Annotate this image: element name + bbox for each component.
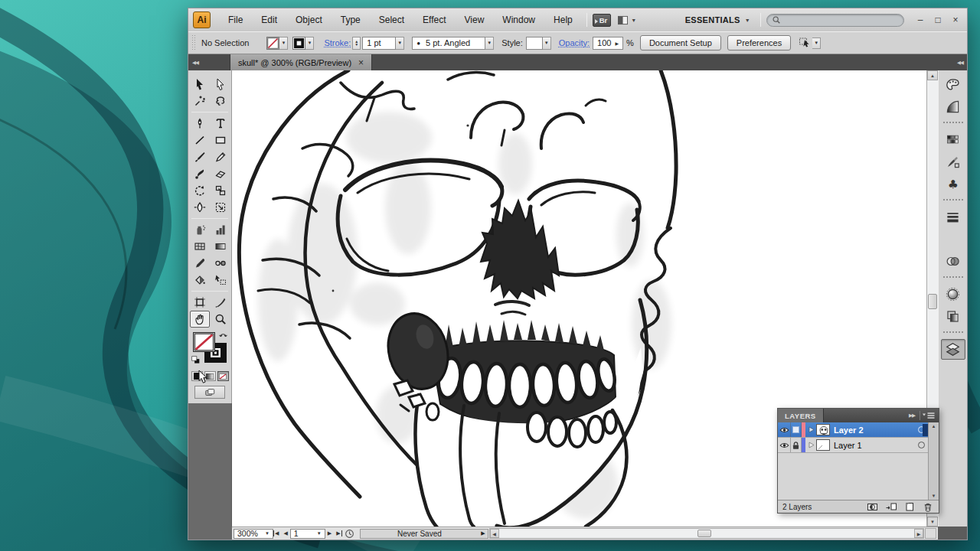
- panel-menu-icon[interactable]: [922, 412, 936, 419]
- slice-tool[interactable]: [211, 294, 230, 311]
- previous-artboard-button[interactable]: ◀: [281, 530, 289, 536]
- brush-definition-combo[interactable]: ● 5 pt. Angled: [412, 37, 485, 50]
- layer-row[interactable]: Layer 2: [778, 422, 939, 438]
- scroll-right-icon[interactable]: ▶: [914, 529, 923, 538]
- scroll-up-icon[interactable]: ▲: [932, 424, 936, 429]
- transparency-panel-button[interactable]: [941, 251, 965, 272]
- drawing-mode-button[interactable]: [194, 386, 225, 399]
- selection-tool[interactable]: [190, 76, 210, 93]
- menu-select[interactable]: Select: [371, 12, 413, 28]
- column-graph-tool[interactable]: [211, 221, 230, 238]
- arrange-documents-button[interactable]: ▼: [617, 15, 636, 25]
- rectangle-tool[interactable]: [211, 132, 230, 148]
- stroke-weight-field[interactable]: 1 pt: [362, 37, 396, 50]
- close-button[interactable]: ×: [950, 15, 961, 25]
- layers-panel-tab[interactable]: LAYERS: [778, 409, 824, 422]
- layer-target-icon[interactable]: [918, 442, 925, 448]
- lock-icon[interactable]: [791, 438, 802, 452]
- symbol-sprayer-tool[interactable]: [190, 221, 210, 238]
- stroke-color-combo[interactable]: ▼: [292, 37, 314, 50]
- make-clipping-mask-button[interactable]: [867, 502, 879, 512]
- search-input[interactable]: [766, 14, 904, 27]
- eyedropper-tool[interactable]: [190, 255, 210, 272]
- scroll-up-icon[interactable]: ▲: [927, 70, 938, 80]
- save-status-box[interactable]: Never Saved ▶: [360, 529, 488, 539]
- layers-scrollbar[interactable]: ▲ ▼: [928, 422, 939, 500]
- stroke-panel-button[interactable]: [941, 207, 965, 227]
- menu-type[interactable]: Type: [332, 12, 369, 28]
- maximize-button[interactable]: □: [933, 15, 943, 25]
- zoom-tool[interactable]: [211, 311, 230, 328]
- layer-row[interactable]: Layer 1: [778, 438, 939, 453]
- chevron-down-icon[interactable]: ▼: [543, 37, 551, 50]
- type-tool[interactable]: [211, 115, 230, 132]
- horizontal-scrollbar[interactable]: ◀ ▶: [489, 528, 924, 539]
- minimize-button[interactable]: –: [915, 15, 926, 25]
- layer-name[interactable]: Layer 2: [834, 425, 918, 435]
- next-artboard-button[interactable]: ▶: [325, 530, 334, 536]
- color-guide-panel-button[interactable]: [941, 96, 965, 117]
- new-layer-button[interactable]: [903, 502, 916, 512]
- gradient-panel-button[interactable]: [941, 229, 965, 249]
- collapse-left-dock-icon[interactable]: ◀◀: [188, 54, 202, 70]
- menu-view[interactable]: View: [456, 12, 493, 28]
- live-paint-bucket-tool[interactable]: [190, 272, 210, 289]
- color-panel-button[interactable]: [941, 74, 965, 95]
- preferences-button[interactable]: Preferences: [727, 35, 791, 51]
- paintbrush-tool[interactable]: [190, 148, 210, 165]
- menu-effect[interactable]: Effect: [414, 12, 454, 28]
- layer-name[interactable]: Layer 1: [834, 441, 918, 450]
- new-sublayer-button[interactable]: [885, 502, 897, 512]
- collapse-right-dock-icon[interactable]: ◀◀: [953, 54, 967, 70]
- menu-edit[interactable]: Edit: [253, 12, 286, 28]
- blob-brush-tool[interactable]: [190, 165, 210, 182]
- isolate-selected-object-icon[interactable]: [799, 37, 812, 49]
- menu-help[interactable]: Help: [545, 12, 581, 28]
- live-paint-selection-tool[interactable]: [211, 272, 230, 289]
- pen-tool[interactable]: [190, 115, 210, 132]
- vertical-scroll-thumb[interactable]: [928, 294, 937, 309]
- blend-tool[interactable]: [211, 255, 230, 272]
- chevron-down-icon[interactable]: ▼: [485, 37, 494, 50]
- style-combo[interactable]: [526, 37, 543, 50]
- artboard-navigation-combo[interactable]: 1 ▼: [290, 529, 325, 539]
- first-artboard-button[interactable]: ◀: [273, 530, 281, 536]
- opacity-panel-link[interactable]: Opacity:: [559, 38, 590, 47]
- visibility-toggle[interactable]: [778, 422, 791, 437]
- zoom-level-combo[interactable]: 300% ▼: [234, 529, 273, 539]
- graphic-styles-panel-button[interactable]: [941, 306, 965, 327]
- mesh-tool[interactable]: [190, 238, 210, 255]
- line-segment-tool[interactable]: [190, 132, 210, 148]
- document-tab[interactable]: skull* @ 300% (RGB/Preview) ×: [230, 54, 372, 70]
- rotate-tool[interactable]: [190, 182, 210, 199]
- gradient-mode-button[interactable]: [204, 371, 216, 381]
- fill-swatch-none[interactable]: [193, 332, 215, 352]
- menu-window[interactable]: Window: [494, 12, 544, 28]
- lock-toggle[interactable]: [791, 422, 802, 437]
- brushes-panel-button[interactable]: [941, 152, 965, 172]
- layer-thumbnail[interactable]: [816, 439, 830, 451]
- none-mode-button[interactable]: [217, 371, 229, 381]
- layers-panel-button[interactable]: [941, 339, 965, 360]
- scroll-down-icon[interactable]: ▼: [927, 517, 938, 527]
- default-fill-stroke-icon[interactable]: [191, 356, 201, 364]
- scroll-left-icon[interactable]: ◀: [490, 529, 499, 538]
- scroll-down-icon[interactable]: ▼: [932, 494, 936, 498]
- horizontal-scroll-thumb[interactable]: [697, 530, 711, 537]
- chevron-down-icon[interactable]: ▼: [396, 37, 404, 50]
- menu-file[interactable]: File: [220, 12, 251, 28]
- lasso-tool[interactable]: [211, 93, 230, 109]
- width-tool[interactable]: [190, 199, 210, 216]
- gradient-tool[interactable]: [211, 238, 230, 255]
- color-mode-button[interactable]: [191, 371, 203, 381]
- workspace-switcher[interactable]: ESSENTIALS ▼: [681, 15, 755, 24]
- expand-layer-icon[interactable]: [808, 425, 815, 435]
- collapse-panel-icon[interactable]: ▶▶: [906, 412, 918, 419]
- document-setup-button[interactable]: Document Setup: [640, 35, 721, 51]
- chevron-down-icon[interactable]: ▼: [812, 37, 821, 49]
- free-transform-tool[interactable]: [211, 199, 230, 216]
- delete-layer-button[interactable]: [922, 502, 934, 512]
- swatches-panel-button[interactable]: [941, 129, 965, 150]
- expand-layer-icon[interactable]: [808, 441, 815, 450]
- direct-selection-tool[interactable]: [211, 76, 230, 93]
